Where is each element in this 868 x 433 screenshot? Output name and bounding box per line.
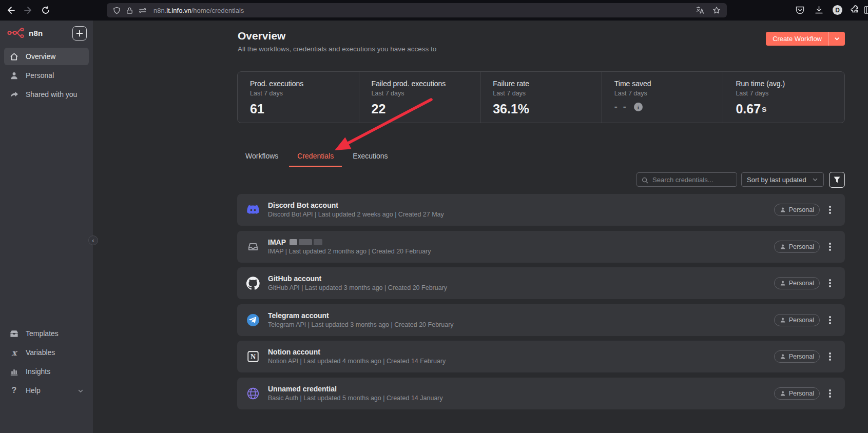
address-bar[interactable]: n8n.it.info.vn/home/credentials	[107, 3, 727, 17]
translate-icon[interactable]	[696, 6, 704, 14]
extensions-puzzle-icon[interactable]	[850, 5, 860, 15]
home-icon	[9, 52, 19, 62]
sidebar-item-variables[interactable]: x Variables	[4, 344, 89, 361]
variable-x-icon: x	[9, 348, 19, 358]
downloads-icon[interactable]	[814, 5, 824, 15]
tab-executions[interactable]: Executions	[353, 152, 388, 167]
sidebar-item-help[interactable]: ? Help	[4, 382, 89, 399]
stat-value: 36.1%	[493, 102, 602, 116]
create-workflow-dropdown-button[interactable]	[828, 32, 845, 46]
credential-subtitle: Basic Auth | Last updated 5 months ago |…	[268, 395, 443, 402]
bookmark-star-icon[interactable]	[712, 6, 721, 14]
stat-period: Last 7 days	[614, 90, 723, 97]
overflow-partial-icon[interactable]	[863, 5, 868, 15]
sidebar-item-insights[interactable]: Insights	[4, 363, 89, 380]
sidebar-item-personal[interactable]: Personal	[4, 67, 89, 84]
chevron-down-icon	[78, 387, 84, 393]
info-icon[interactable]: i	[634, 103, 643, 111]
owner-badge: Personal	[774, 387, 820, 400]
credential-title: Unnamed credential	[268, 385, 443, 393]
tracking-shield-icon[interactable]	[113, 7, 121, 14]
sidebar-item-shared-with-you[interactable]: Shared with you	[4, 86, 89, 103]
stat-period: Last 7 days	[736, 90, 844, 97]
credential-row-telegram[interactable]: Telegram account Telegram API | Last upd…	[237, 304, 845, 336]
browser-reload-icon[interactable]	[41, 6, 50, 15]
stat-title: Time saved	[614, 80, 723, 88]
chevron-down-icon	[812, 176, 818, 183]
owner-badge-label: Personal	[789, 243, 814, 250]
sort-dropdown[interactable]: Sort by last updated	[741, 172, 824, 187]
site-permissions-icon[interactable]	[139, 7, 146, 14]
user-icon	[9, 71, 19, 81]
row-menu-button[interactable]	[826, 206, 834, 214]
stats-summary-bar: Prod. executions Last 7 days 61 Failed p…	[237, 71, 845, 123]
search-credentials-input[interactable]	[637, 173, 737, 186]
page-subtitle: All the workflows, credentials and execu…	[238, 45, 436, 53]
tab-bar: Workflows Credentials Executions	[245, 152, 388, 167]
sidebar-collapse-handle[interactable]: ‹	[88, 235, 98, 245]
owner-badge-label: Personal	[789, 390, 814, 397]
lock-icon[interactable]	[126, 7, 133, 14]
account-avatar[interactable]: D	[833, 5, 842, 15]
n8n-logo	[7, 27, 25, 38]
url-text: n8n.it.info.vn/home/credentials	[153, 7, 244, 14]
stat-run-time-avg: Run time (avg.) Last 7 days 0.67s	[723, 72, 844, 123]
sidebar-item-label: Templates	[26, 329, 59, 338]
question-icon: ?	[9, 386, 19, 396]
url-path: /home/credentials	[191, 7, 244, 14]
add-workflow-button[interactable]	[72, 26, 87, 41]
stat-value: 22	[372, 102, 480, 116]
pocket-icon[interactable]	[795, 5, 805, 15]
credential-title: IMAP	[268, 238, 286, 246]
page-title: Overview	[238, 30, 285, 42]
credential-subtitle: Notion API | Last updated 4 months ago |…	[268, 358, 446, 365]
row-menu-button[interactable]	[826, 389, 834, 398]
sidebar-item-label: Insights	[26, 367, 50, 376]
row-menu-button[interactable]	[826, 352, 834, 361]
credential-subtitle: GitHub API | Last updated 3 months ago |…	[268, 284, 447, 291]
sidebar-item-label: Overview	[26, 52, 55, 61]
stat-period: Last 7 days	[250, 90, 359, 97]
owner-badge-label: Personal	[789, 317, 814, 324]
globe-icon	[245, 386, 261, 401]
credential-title: Discord Bot account	[268, 201, 444, 209]
sidebar-item-overview[interactable]: Overview	[4, 48, 89, 65]
stat-title: Run time (avg.)	[736, 80, 844, 88]
owner-badge-label: Personal	[789, 206, 814, 213]
credential-subtitle: Telegram API | Last updated 3 months ago…	[268, 321, 454, 328]
stat-value: 61	[250, 102, 359, 116]
stat-title: Failed prod. executions	[372, 80, 480, 88]
credential-title: Telegram account	[268, 311, 454, 320]
github-icon	[245, 275, 261, 291]
credential-row-notion[interactable]: N Notion account Notion API | Last updat…	[237, 341, 845, 372]
sort-dropdown-label: Sort by last updated	[747, 176, 806, 184]
redacted-text	[290, 239, 322, 245]
filter-button[interactable]	[829, 172, 845, 188]
sidebar: n8n Overview Personal	[0, 21, 93, 433]
stat-period: Last 7 days	[493, 90, 602, 97]
sidebar-item-label: Help	[26, 386, 41, 395]
create-workflow-button[interactable]: Create Workflow	[766, 32, 828, 46]
row-menu-button[interactable]	[826, 243, 834, 251]
browser-back-icon[interactable]	[6, 6, 15, 15]
row-menu-button[interactable]	[826, 279, 834, 287]
row-menu-button[interactable]	[826, 316, 834, 324]
stat-failure-rate: Failure rate Last 7 days 36.1%	[480, 72, 602, 123]
stat-time-saved: Time saved Last 7 days - -i	[602, 72, 723, 123]
sidebar-item-label: Variables	[26, 348, 55, 357]
credential-row-imap[interactable]: IMAP IMAP | Last updated 2 months ago | …	[237, 231, 845, 263]
share-arrow-icon	[9, 90, 19, 100]
credential-subtitle: Discord Bot API | Last updated 2 weeks a…	[268, 211, 444, 218]
stat-period: Last 7 days	[372, 90, 480, 97]
tab-workflows[interactable]: Workflows	[245, 152, 278, 167]
owner-badge-label: Personal	[789, 280, 814, 287]
credential-row-github[interactable]: GitHub account GitHub API | Last updated…	[237, 267, 845, 299]
stat-prod-executions: Prod. executions Last 7 days 61	[238, 72, 359, 123]
stat-value: - -	[614, 102, 628, 112]
credential-row-discord[interactable]: Discord Bot account Discord Bot API | La…	[237, 194, 845, 226]
tab-credentials[interactable]: Credentials	[297, 152, 334, 167]
browser-forward-icon[interactable]	[24, 6, 33, 15]
sidebar-item-templates[interactable]: Templates	[4, 325, 89, 342]
url-domain: it.info.vn	[166, 7, 191, 14]
credential-row-unnamed[interactable]: Unnamed credential Basic Auth | Last upd…	[237, 378, 845, 409]
